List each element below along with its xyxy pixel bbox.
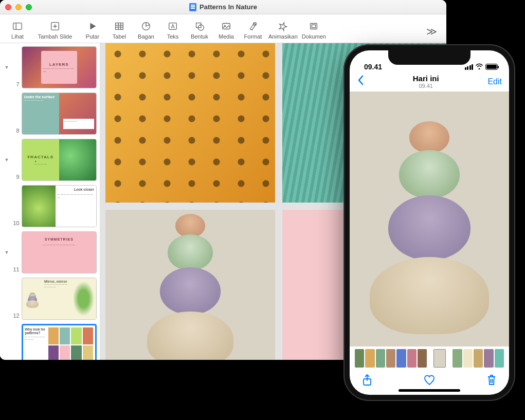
zoom-window-button[interactable] xyxy=(26,4,32,10)
add-slide-label: Tambah Slide xyxy=(38,33,73,40)
table-label: Tabel xyxy=(113,33,126,40)
add-slide-button[interactable]: Tambah Slide xyxy=(33,20,77,41)
slide-navigator[interactable]: ▼ 7 LAYERS— — — — — — — — — 8 Under the … xyxy=(0,43,100,360)
filmstrip-thumb[interactable] xyxy=(365,349,374,368)
slide-number: 7 xyxy=(10,81,20,88)
media-icon xyxy=(221,20,232,33)
nav-title: Hari ini xyxy=(413,75,439,83)
document-label: Dokumen xyxy=(302,33,326,40)
media-label: Media xyxy=(219,33,234,40)
share-button[interactable] xyxy=(362,374,372,389)
media-button[interactable]: Media xyxy=(215,20,238,41)
slide-thumb: Look closer— — — — — — — — — — — — xyxy=(22,185,97,227)
chart-label: Bagan xyxy=(138,33,154,40)
close-window-button[interactable] xyxy=(5,4,11,10)
wifi-icon xyxy=(475,63,483,71)
text-button[interactable]: A Teks xyxy=(161,20,184,41)
filmstrip-thumb[interactable] xyxy=(386,349,395,368)
photo-filmstrip[interactable] xyxy=(350,346,509,370)
slide-thumb: Why look for patterns?— — — — — — — — — … xyxy=(22,324,97,360)
table-button[interactable]: Tabel xyxy=(108,20,131,41)
filmstrip-thumb[interactable] xyxy=(396,349,406,368)
filmstrip-thumb[interactable] xyxy=(463,349,473,368)
slide-number: 9 xyxy=(10,174,20,181)
window-controls xyxy=(5,4,32,10)
slide-number: 12 xyxy=(10,313,20,320)
favorite-button[interactable] xyxy=(423,374,436,389)
slide-thumbnail-10[interactable]: 10 Look closer— — — — — — — — — — — — xyxy=(3,185,97,227)
play-label: Putar xyxy=(86,33,99,40)
filmstrip-thumb[interactable] xyxy=(474,349,483,368)
iphone-screen: 09.41 Hari ini 09.41 Edit xyxy=(350,50,509,395)
format-label: Format xyxy=(244,33,262,40)
edit-button[interactable]: Edit xyxy=(487,77,502,86)
filmstrip-thumb-current[interactable] xyxy=(433,349,446,368)
disclosure-triangle-icon[interactable]: ▼ xyxy=(3,250,10,255)
view-button[interactable]: Lihat xyxy=(6,20,29,41)
svg-rect-6 xyxy=(116,23,123,30)
text-icon: A xyxy=(167,20,178,33)
filmstrip-thumb[interactable] xyxy=(484,349,493,368)
slide-thumbnail-9[interactable]: ▼ 9 FRACTALS▲— — — — xyxy=(3,139,97,181)
canvas-image-honeycomb[interactable] xyxy=(105,43,275,203)
slide-thumbnail-12[interactable]: 12 Mirror, mirror— — — — — — — — — — — — xyxy=(3,278,97,320)
slide-number: 11 xyxy=(10,266,20,273)
slide-title: Why look for patterns? xyxy=(25,327,47,335)
document-button[interactable]: Dokumen xyxy=(302,20,326,41)
nav-subtitle: 09.41 xyxy=(413,83,439,89)
svg-rect-19 xyxy=(311,24,317,29)
slide-title: Look closer xyxy=(58,188,94,191)
back-button[interactable] xyxy=(357,75,364,89)
shape-icon xyxy=(194,20,205,33)
animate-icon xyxy=(277,20,288,33)
svg-rect-14 xyxy=(196,23,201,28)
canvas-image-urchins[interactable] xyxy=(105,210,275,360)
slide-thumbnail-11[interactable]: ▼ 11 SYMMETRIES— — — — — — — — — — xyxy=(3,231,97,273)
iphone-device: 09.41 Hari ini 09.41 Edit xyxy=(343,44,515,401)
shape-label: Bentuk xyxy=(191,33,208,40)
slide-thumbnail-8[interactable]: 8 Under the surface— — — — — — — — — — xyxy=(3,93,97,135)
format-button[interactable]: Format xyxy=(242,20,264,41)
minimize-window-button[interactable] xyxy=(15,4,22,10)
table-icon xyxy=(114,20,125,33)
window-title-text: Patterns In Nature xyxy=(200,3,257,11)
photo-viewer[interactable] xyxy=(350,92,509,346)
slide-title: Mirror, mirror xyxy=(44,280,67,283)
status-time: 09.41 xyxy=(364,63,382,71)
slide-thumbnail-13[interactable]: 13 Why look for patterns?— — — — — — — —… xyxy=(3,324,97,360)
filmstrip-thumb[interactable] xyxy=(452,349,462,368)
shape-button[interactable]: Bentuk xyxy=(188,20,211,41)
slide-thumb: LAYERS— — — — — — — — — xyxy=(22,46,97,88)
play-icon xyxy=(87,20,98,33)
titlebar: Patterns In Nature xyxy=(0,0,446,14)
photo-content xyxy=(370,121,489,331)
toolbar: Lihat Tambah Slide Putar Tabel Bagan xyxy=(0,14,446,43)
chart-button[interactable]: Bagan xyxy=(135,20,157,41)
iphone-notch xyxy=(388,50,470,65)
filmstrip-thumb[interactable] xyxy=(407,349,417,368)
filmstrip-thumb[interactable] xyxy=(355,349,364,368)
view-label: Lihat xyxy=(11,33,24,40)
slide-title: FRACTALS xyxy=(27,155,53,159)
slide-thumb: FRACTALS▲— — — — xyxy=(22,139,97,181)
animate-button[interactable]: Animasikan xyxy=(268,20,298,41)
svg-marker-5 xyxy=(90,23,96,30)
play-button[interactable]: Putar xyxy=(81,20,104,41)
disclosure-triangle-icon[interactable]: ▼ xyxy=(3,157,10,162)
filmstrip-thumb[interactable] xyxy=(376,349,385,368)
slide-thumb: SYMMETRIES— — — — — — — — — — xyxy=(22,231,97,273)
toolbar-overflow-button[interactable]: ≫ xyxy=(423,22,440,41)
filmstrip-thumb[interactable] xyxy=(418,349,427,368)
animate-label: Animasikan xyxy=(268,33,298,40)
slide-thumbnail-7[interactable]: ▼ 7 LAYERS— — — — — — — — — xyxy=(3,46,97,88)
delete-button[interactable] xyxy=(486,374,497,389)
disclosure-triangle-icon[interactable]: ▼ xyxy=(3,65,10,70)
svg-rect-0 xyxy=(13,23,22,30)
home-indicator[interactable] xyxy=(399,389,460,392)
slide-number: 8 xyxy=(10,127,20,135)
filmstrip-thumb[interactable] xyxy=(495,349,504,368)
document-icon xyxy=(308,20,319,33)
chart-icon xyxy=(140,20,152,33)
format-icon xyxy=(247,20,259,33)
document-icon xyxy=(189,3,196,11)
